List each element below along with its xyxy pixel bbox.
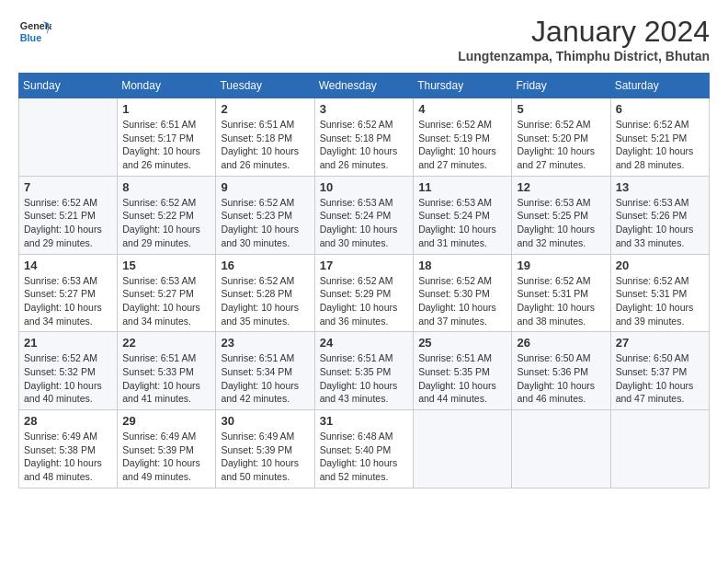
logo: General Blue: [18, 15, 51, 48]
day-number: 30: [221, 414, 309, 428]
svg-text:General: General: [20, 20, 51, 31]
title-block: January 2024 Lungtenzampa, Thimphu Distr…: [458, 15, 710, 63]
day-number: 11: [418, 180, 506, 194]
day-number: 15: [122, 259, 210, 272]
day-number: 18: [418, 259, 506, 272]
calendar-cell: [610, 410, 709, 488]
day-info: Sunrise: 6:49 AM Sunset: 5:38 PM Dayligh…: [24, 430, 112, 484]
day-info: Sunrise: 6:52 AM Sunset: 5:31 PM Dayligh…: [517, 274, 605, 328]
column-header-saturday: Saturday: [610, 74, 709, 98]
calendar-cell: 24Sunrise: 6:51 AM Sunset: 5:35 PM Dayli…: [314, 332, 413, 410]
month-title: January 2024: [458, 15, 710, 49]
calendar-cell: 14Sunrise: 6:53 AM Sunset: 5:27 PM Dayli…: [19, 254, 118, 332]
header-row: SundayMondayTuesdayWednesdayThursdayFrid…: [19, 74, 710, 98]
column-header-thursday: Thursday: [414, 74, 512, 98]
day-info: Sunrise: 6:50 AM Sunset: 5:36 PM Dayligh…: [517, 351, 605, 406]
day-info: Sunrise: 6:51 AM Sunset: 5:34 PM Dayligh…: [221, 351, 309, 406]
day-info: Sunrise: 6:52 AM Sunset: 5:21 PM Dayligh…: [616, 118, 704, 172]
calendar-cell: 23Sunrise: 6:51 AM Sunset: 5:34 PM Dayli…: [216, 332, 314, 410]
page-header: General Blue January 2024 Lungtenzampa, …: [18, 15, 710, 63]
day-number: 10: [320, 180, 408, 194]
day-number: 19: [517, 259, 605, 272]
day-number: 1: [122, 102, 210, 116]
calendar-cell: 13Sunrise: 6:53 AM Sunset: 5:26 PM Dayli…: [610, 176, 709, 254]
calendar-table: SundayMondayTuesdayWednesdayThursdayFrid…: [18, 73, 710, 488]
day-number: 6: [616, 102, 704, 116]
calendar-cell: 8Sunrise: 6:52 AM Sunset: 5:22 PM Daylig…: [118, 176, 216, 254]
day-number: 12: [517, 180, 605, 194]
calendar-cell: 18Sunrise: 6:52 AM Sunset: 5:30 PM Dayli…: [414, 254, 512, 332]
day-info: Sunrise: 6:53 AM Sunset: 5:27 PM Dayligh…: [24, 274, 112, 328]
week-row-5: 28Sunrise: 6:49 AM Sunset: 5:38 PM Dayli…: [19, 410, 710, 488]
calendar-cell: 2Sunrise: 6:51 AM Sunset: 5:18 PM Daylig…: [216, 98, 314, 177]
day-info: Sunrise: 6:52 AM Sunset: 5:19 PM Dayligh…: [418, 118, 506, 172]
week-row-4: 21Sunrise: 6:52 AM Sunset: 5:32 PM Dayli…: [19, 332, 710, 410]
day-info: Sunrise: 6:52 AM Sunset: 5:20 PM Dayligh…: [517, 118, 605, 172]
day-number: 17: [320, 259, 408, 272]
day-info: Sunrise: 6:53 AM Sunset: 5:27 PM Dayligh…: [122, 274, 210, 328]
day-info: Sunrise: 6:48 AM Sunset: 5:40 PM Dayligh…: [320, 430, 408, 484]
day-number: 22: [122, 336, 210, 350]
day-info: Sunrise: 6:53 AM Sunset: 5:26 PM Dayligh…: [616, 196, 704, 250]
day-number: 4: [418, 102, 506, 116]
day-number: 14: [24, 259, 112, 272]
calendar-cell: 21Sunrise: 6:52 AM Sunset: 5:32 PM Dayli…: [19, 332, 118, 410]
calendar-cell: 28Sunrise: 6:49 AM Sunset: 5:38 PM Dayli…: [19, 410, 118, 488]
day-info: Sunrise: 6:49 AM Sunset: 5:39 PM Dayligh…: [221, 430, 309, 484]
day-info: Sunrise: 6:53 AM Sunset: 5:24 PM Dayligh…: [320, 196, 408, 250]
logo-icon: General Blue: [18, 15, 51, 48]
calendar-cell: [512, 410, 610, 488]
location: Lungtenzampa, Thimphu District, Bhutan: [458, 49, 710, 63]
calendar-cell: 4Sunrise: 6:52 AM Sunset: 5:19 PM Daylig…: [414, 98, 512, 177]
day-info: Sunrise: 6:49 AM Sunset: 5:39 PM Dayligh…: [122, 430, 210, 484]
column-header-wednesday: Wednesday: [314, 74, 413, 98]
calendar-cell: [19, 98, 118, 177]
calendar-cell: 22Sunrise: 6:51 AM Sunset: 5:33 PM Dayli…: [118, 332, 216, 410]
calendar-cell: 15Sunrise: 6:53 AM Sunset: 5:27 PM Dayli…: [118, 254, 216, 332]
day-number: 31: [320, 414, 408, 428]
calendar-cell: 5Sunrise: 6:52 AM Sunset: 5:20 PM Daylig…: [512, 98, 610, 177]
calendar-cell: 16Sunrise: 6:52 AM Sunset: 5:28 PM Dayli…: [216, 254, 314, 332]
calendar-cell: 7Sunrise: 6:52 AM Sunset: 5:21 PM Daylig…: [19, 176, 118, 254]
week-row-2: 7Sunrise: 6:52 AM Sunset: 5:21 PM Daylig…: [19, 176, 710, 254]
day-info: Sunrise: 6:52 AM Sunset: 5:18 PM Dayligh…: [320, 118, 408, 172]
calendar-cell: 31Sunrise: 6:48 AM Sunset: 5:40 PM Dayli…: [314, 410, 413, 488]
day-info: Sunrise: 6:52 AM Sunset: 5:31 PM Dayligh…: [616, 274, 704, 328]
day-number: 2: [221, 102, 309, 116]
day-info: Sunrise: 6:52 AM Sunset: 5:32 PM Dayligh…: [24, 351, 112, 406]
day-number: 25: [418, 336, 506, 350]
calendar-cell: 6Sunrise: 6:52 AM Sunset: 5:21 PM Daylig…: [610, 98, 709, 177]
day-info: Sunrise: 6:51 AM Sunset: 5:35 PM Dayligh…: [418, 351, 506, 406]
day-info: Sunrise: 6:50 AM Sunset: 5:37 PM Dayligh…: [616, 351, 704, 406]
calendar-cell: 20Sunrise: 6:52 AM Sunset: 5:31 PM Dayli…: [610, 254, 709, 332]
column-header-friday: Friday: [512, 74, 610, 98]
day-info: Sunrise: 6:52 AM Sunset: 5:28 PM Dayligh…: [221, 274, 309, 328]
day-info: Sunrise: 6:52 AM Sunset: 5:23 PM Dayligh…: [221, 196, 309, 250]
day-number: 28: [24, 414, 112, 428]
calendar-cell: 3Sunrise: 6:52 AM Sunset: 5:18 PM Daylig…: [314, 98, 413, 177]
day-number: 7: [24, 180, 112, 194]
calendar-cell: 26Sunrise: 6:50 AM Sunset: 5:36 PM Dayli…: [512, 332, 610, 410]
day-number: 16: [221, 259, 309, 272]
calendar-cell: 17Sunrise: 6:52 AM Sunset: 5:29 PM Dayli…: [314, 254, 413, 332]
day-number: 21: [24, 336, 112, 350]
day-info: Sunrise: 6:52 AM Sunset: 5:30 PM Dayligh…: [418, 274, 506, 328]
svg-text:Blue: Blue: [20, 32, 41, 43]
calendar-cell: 1Sunrise: 6:51 AM Sunset: 5:17 PM Daylig…: [118, 98, 216, 177]
day-number: 9: [221, 180, 309, 194]
calendar-cell: 27Sunrise: 6:50 AM Sunset: 5:37 PM Dayli…: [610, 332, 709, 410]
day-number: 8: [122, 180, 210, 194]
day-number: 5: [517, 102, 605, 116]
week-row-1: 1Sunrise: 6:51 AM Sunset: 5:17 PM Daylig…: [19, 98, 710, 177]
day-info: Sunrise: 6:52 AM Sunset: 5:21 PM Dayligh…: [24, 196, 112, 250]
day-number: 20: [616, 259, 704, 272]
day-number: 13: [616, 180, 704, 194]
calendar-cell: 19Sunrise: 6:52 AM Sunset: 5:31 PM Dayli…: [512, 254, 610, 332]
day-info: Sunrise: 6:52 AM Sunset: 5:29 PM Dayligh…: [320, 274, 408, 328]
day-info: Sunrise: 6:52 AM Sunset: 5:22 PM Dayligh…: [122, 196, 210, 250]
column-header-sunday: Sunday: [19, 74, 118, 98]
calendar-cell: 10Sunrise: 6:53 AM Sunset: 5:24 PM Dayli…: [314, 176, 413, 254]
calendar-cell: 11Sunrise: 6:53 AM Sunset: 5:24 PM Dayli…: [414, 176, 512, 254]
day-info: Sunrise: 6:51 AM Sunset: 5:35 PM Dayligh…: [320, 351, 408, 406]
day-info: Sunrise: 6:53 AM Sunset: 5:25 PM Dayligh…: [517, 196, 605, 250]
